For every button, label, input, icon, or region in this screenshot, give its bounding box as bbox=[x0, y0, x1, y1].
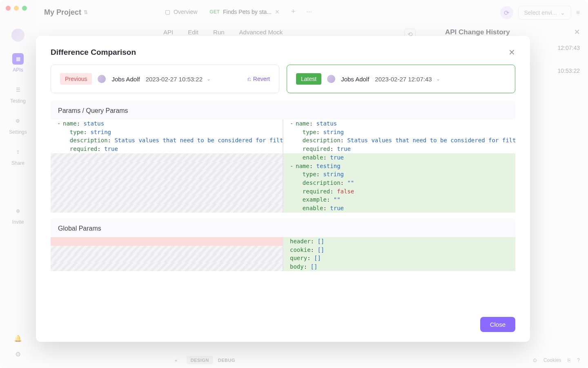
diff-comparison-modal: Difference Comparison ✕ Previous Jobs Ad… bbox=[36, 36, 530, 342]
revert-label: Revert bbox=[253, 76, 270, 82]
diff-pane-left: -name: status type: string description: … bbox=[51, 119, 283, 213]
params-diff-section: Params / Query Params -name: status type… bbox=[51, 101, 515, 213]
timestamp: 2023-02-27 10:53:22 bbox=[146, 76, 203, 83]
avatar bbox=[98, 75, 106, 83]
close-button[interactable]: Close bbox=[480, 317, 515, 332]
user-name: Jobs Adolf bbox=[111, 76, 140, 83]
latest-version-card[interactable]: Latest Jobs Adolf 2023-02-27 12:07:43 ⌄ bbox=[287, 65, 515, 93]
modal-title: Difference Comparison bbox=[51, 48, 136, 57]
global-params-diff-section: Global Params header: []cookie: []query:… bbox=[51, 218, 515, 271]
section-title: Params / Query Params bbox=[51, 107, 515, 119]
latest-badge: Latest bbox=[296, 73, 321, 85]
avatar bbox=[327, 75, 335, 83]
revert-button[interactable]: ⎌ Revert bbox=[247, 76, 270, 82]
diff-pane-left bbox=[51, 237, 283, 271]
revert-icon: ⎌ bbox=[247, 76, 251, 82]
section-title: Global Params bbox=[51, 225, 515, 237]
diff-pane-right: header: []cookie: []query: []body: [] bbox=[283, 237, 515, 271]
chevron-down-icon[interactable]: ⌄ bbox=[207, 76, 211, 82]
user-name: Jobs Adolf bbox=[341, 76, 369, 83]
diff-pane-right: -name: status type: string description: … bbox=[283, 119, 515, 213]
previous-version-card[interactable]: Previous Jobs Adolf 2023-02-27 10:53:22 … bbox=[51, 65, 279, 93]
chevron-down-icon[interactable]: ⌄ bbox=[436, 76, 440, 82]
timestamp: 2023-02-27 12:07:43 bbox=[375, 76, 432, 83]
previous-badge: Previous bbox=[60, 73, 92, 85]
modal-close-button[interactable]: ✕ bbox=[508, 47, 515, 57]
